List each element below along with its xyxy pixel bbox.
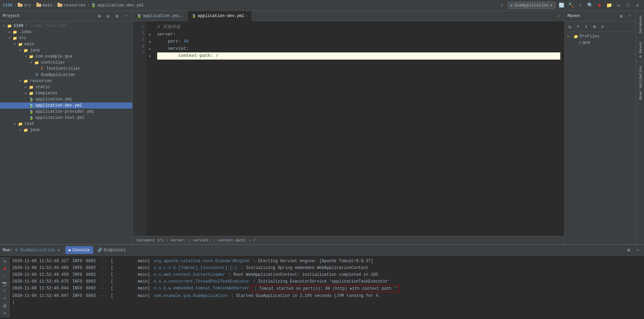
tree-item-guaapplication[interactable]: ▶ G GuaApplication [0,72,132,78]
tree-item-src[interactable]: ▼ 📁 src [0,35,132,41]
run-app-icon: G [15,248,18,253]
maven-item-gua[interactable]: ▶ m gua [566,39,634,46]
stop-icon[interactable]: ■ [596,2,603,9]
log-level-1: INFO [70,258,82,264]
tree-item-idea[interactable]: ▶ 📁 .idea [0,29,132,35]
vcs-icon[interactable]: ↑ [498,2,506,9]
code-editor[interactable]: # 开发环境 server: port: 80 servlet: context… [153,21,564,236]
camera-icon[interactable]: 📷 [1,281,8,287]
log-thread-3: [ main] [111,272,150,278]
restart-icon[interactable]: ↺ [1,258,8,265]
console-main[interactable]: 2020-11-08 11:52:49.327 INFO 6892 --- [ … [10,257,644,318]
profiler-icon[interactable]: 📁 [605,2,613,9]
tree-item-main[interactable]: ▼ 📁 main [0,41,132,47]
tree-item-com-example-gua[interactable]: ▼ 📁 com.example.gua [0,53,132,60]
maven-settings-icon[interactable]: ⚙ [617,12,625,20]
side-tab-database[interactable]: Database [636,11,644,37]
log-thread-1: [ main] [111,258,150,264]
maven-expand-icon[interactable]: » [599,23,606,30]
run-close-icon[interactable]: ✕ [57,248,60,253]
tree-item-static[interactable]: ▶ 📁 static [0,84,132,90]
log-sep-5: --- [97,285,110,292]
log-class-3: o.s.web.context.ContextLoader [151,272,225,278]
controller-arrow: ▼ [29,61,34,65]
tab-ady-label: application-dev.yml [198,14,244,18]
run-config-selector[interactable]: ▶ GuaApplication ▾ [508,2,556,9]
restore-icon[interactable]: ▭ [615,2,622,9]
log-sep-2: --- [97,265,110,271]
log-pid-5: 6892 [84,285,96,292]
print-icon[interactable]: 🖨 [1,303,8,309]
tree-item-java[interactable]: ▼ 📁 java [0,47,132,53]
bottom-settings-icon[interactable]: ⚙ [625,246,632,254]
java-arrow: ▼ [18,49,23,52]
templates-arrow: ▶ [23,91,29,95]
bottom-icons: ⚙ − [625,246,641,254]
maven-panel-icons: ⚙ − [617,12,633,20]
editor-gutter: ◆ ◆ ◆ ◆ [146,21,153,236]
collapse-icon[interactable]: ⇄ [104,12,112,20]
static-folder-icon: 📁 [29,85,34,90]
tab-console[interactable]: ▶ Console [65,246,93,254]
console-icon: ▶ [69,248,71,253]
tab-application-dev-yml[interactable]: 🍃 application-dev.yml ✕ [187,11,252,21]
tab-ady-close[interactable]: ✕ [246,14,248,18]
side-tab-bean-validation[interactable]: Bean Validation [636,62,644,104]
settings-gear-icon[interactable]: ⚙ [113,12,121,20]
maven-refresh-icon[interactable]: ↻ [566,23,574,30]
tree-item-templates[interactable]: ▶ 📁 templates [0,90,132,96]
top-bar: 1108 › src › main › resources › 🍃 applic… [0,0,644,11]
tree-item-application-dev-yml[interactable]: ▶ 🍃 application-dev.yml [0,102,132,109]
log-time-2: 2020-11-08 11:52:49.469 [12,265,69,271]
log-thread-4: [ main] [111,278,150,285]
tab-endpoints[interactable]: 🔗 Endpoints [94,246,129,254]
tree-item-controller[interactable]: ▼ 📁 controller [0,60,132,66]
tree-item-application-provider-yml[interactable]: ▶ 🍃 application-provider.yml [0,109,132,115]
key-servlet: servlet: [157,45,189,52]
tree-item-application-yml[interactable]: ▶ 🍃 application.yml [0,96,132,102]
log-line-3: 2020-11-08 11:52:49.469 INFO 6892 --- [ … [12,271,641,278]
fork-icon[interactable]: ⑂ [1,288,8,294]
breadcrumb-1108[interactable]: 1108 [3,3,13,8]
svg-rect-2 [36,4,41,7]
stop-run-icon[interactable]: ■ [1,266,8,272]
editor-tabs-bar: 🍃 application.yml ✕ 🍃 application-dev.ym… [133,11,564,21]
console-content: ↺ ■ ↓ 📷 ⑂ ↩ 🖨 » 2020-11-08 11:52:49.327 … [0,256,644,319]
maven-item-profiles[interactable]: ▶ 📁 Profiles [566,33,634,39]
maven-close-icon[interactable]: − [626,12,633,20]
tab-ay-close[interactable]: ✕ [181,14,183,18]
close-panel-icon[interactable]: − [122,12,130,20]
maven-add-icon[interactable]: + [574,23,582,30]
log-time-5: 2020-11-08 11:52:49.844 [12,285,69,292]
resources-label: resources [30,79,52,83]
tree-item-test[interactable]: ▼ 📁 test [0,121,132,127]
tree-item-resources[interactable]: ▼ 📁 resources [0,78,132,84]
breadcrumb: 1108 › src › main › resources › 🍃 applic… [3,3,144,8]
bottom-minimize-icon[interactable]: − [634,246,641,254]
maximize-icon[interactable]: □ [624,2,632,9]
scroll-down-icon[interactable]: ↓ [1,273,8,280]
soft-wrap-icon[interactable]: ↩ [1,296,8,302]
tab-application-yml[interactable]: 🍃 application.yml ✕ [133,11,187,21]
java-folder-icon: 📁 [23,48,29,53]
hotswap-icon[interactable]: ⚡ [577,2,584,9]
side-tab-maven[interactable]: m Maven [636,37,644,62]
coverage-icon[interactable]: 🔍 [586,2,594,9]
tree-item-test-java[interactable]: ▼ 📁 java [0,127,132,133]
build-icon[interactable]: 🔨 [567,2,575,9]
maven-download-icon[interactable]: ⬇ [582,23,590,30]
add-icon[interactable]: ⊕ [96,12,103,20]
key-server: server: [157,31,176,38]
refresh-icon[interactable]: 🔄 [558,2,565,9]
aty-label: application-test.yml [35,115,84,120]
maven-add2-icon[interactable]: ⊕ [591,23,598,30]
breadcrumb-file-label: application-dev.yml [97,3,144,8]
editor-checkmark-icon[interactable]: ✓ [556,12,563,20]
tree-item-root[interactable]: ▼ 📁 1108 F:\idea_file\1108 [0,23,132,29]
tree-item-testcontroller[interactable]: ▶ C TestController [0,66,132,72]
src-folder-icon: 📁 [12,36,18,41]
more-icon[interactable]: » [1,310,8,316]
close-icon[interactable]: ✕ [634,2,641,9]
tc-label: TestController [46,66,81,71]
tree-item-application-test-yml[interactable]: ▶ 🍃 application-test.yml [0,115,132,121]
